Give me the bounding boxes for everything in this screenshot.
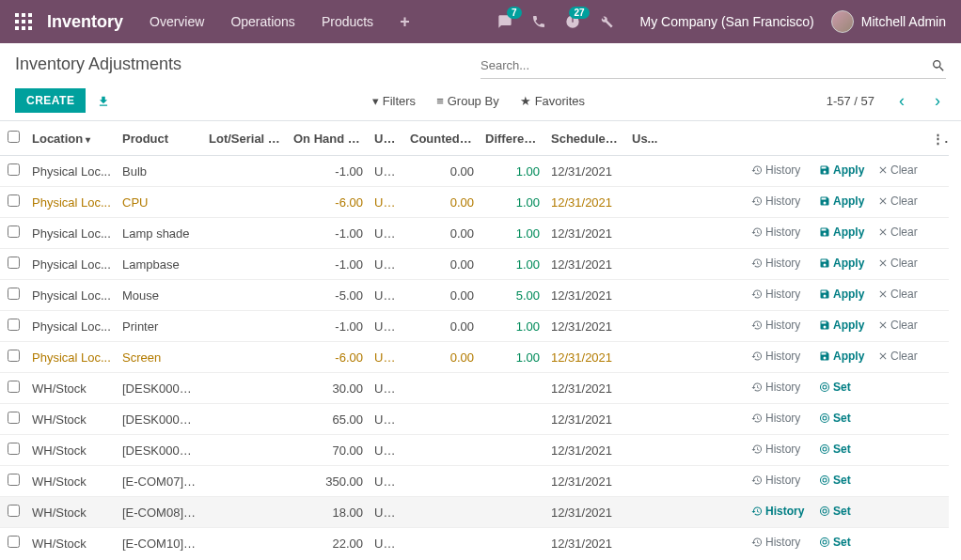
set-button[interactable]: Set — [819, 381, 851, 394]
app-brand[interactable]: Inventory — [47, 12, 123, 32]
cell-user[interactable] — [626, 466, 664, 497]
history-button[interactable]: History — [751, 319, 800, 332]
col-onhand[interactable]: On Hand Qu... — [288, 121, 369, 156]
row-checkbox[interactable] — [8, 257, 20, 269]
cell-counted[interactable]: 0.00 — [404, 280, 480, 311]
col-counted[interactable]: Counted Qu... — [404, 121, 480, 156]
plus-icon[interactable]: + — [400, 12, 410, 32]
cell-counted[interactable] — [404, 497, 480, 528]
row-checkbox[interactable] — [8, 505, 20, 517]
row-checkbox[interactable] — [8, 163, 20, 176]
cell-counted[interactable] — [404, 435, 480, 466]
table-row[interactable]: Physical Loc... Bulb -1.00 Uni... 0.00 1… — [0, 156, 949, 187]
row-checkbox[interactable] — [8, 536, 20, 548]
cell-user[interactable] — [626, 435, 664, 466]
cell-user[interactable] — [626, 218, 664, 249]
cell-scheduled[interactable]: 12/31/2021 — [545, 156, 626, 187]
clear-button[interactable]: Clear — [877, 288, 918, 301]
cell-user[interactable] — [626, 249, 664, 280]
history-button[interactable]: History — [751, 536, 800, 549]
cell-scheduled[interactable]: 12/31/2021 — [545, 466, 626, 497]
history-button[interactable]: History — [751, 412, 800, 425]
cell-counted[interactable] — [404, 404, 480, 435]
apply-button[interactable]: Apply — [819, 257, 864, 270]
table-row[interactable]: Physical Loc... Screen -6.00 Uni... 0.00… — [0, 342, 949, 373]
apps-icon[interactable] — [15, 13, 32, 30]
table-row[interactable]: Physical Loc... Printer -1.00 Uni... 0.0… — [0, 311, 949, 342]
cell-counted[interactable] — [404, 528, 480, 553]
table-row[interactable]: WH/Stock [E-COM07] La... 350.00 Uni... 1… — [0, 466, 949, 497]
clear-button[interactable]: Clear — [877, 226, 918, 239]
cell-scheduled[interactable]: 12/31/2021 — [545, 218, 626, 249]
table-row[interactable]: WH/Stock [E-COM10] Pe... 22.00 Uni... 12… — [0, 528, 949, 553]
set-button[interactable]: Set — [819, 474, 851, 487]
cell-counted[interactable]: 0.00 — [404, 156, 480, 187]
history-button[interactable]: History — [751, 163, 800, 177]
cell-scheduled[interactable]: 12/31/2021 — [545, 497, 626, 528]
clear-button[interactable]: Clear — [877, 194, 918, 208]
table-row[interactable]: WH/Stock [DESK0006] C... 70.00 Uni... 12… — [0, 435, 949, 466]
cell-counted[interactable]: 0.00 — [404, 218, 480, 249]
row-checkbox[interactable] — [8, 288, 20, 300]
history-button[interactable]: History — [751, 194, 800, 208]
avatar[interactable] — [831, 10, 854, 33]
phone-icon[interactable] — [531, 14, 546, 29]
cell-scheduled[interactable]: 12/31/2021 — [545, 311, 626, 342]
clear-button[interactable]: Clear — [877, 319, 918, 332]
table-row[interactable]: Physical Loc... CPU -6.00 Uni... 0.00 1.… — [0, 187, 949, 218]
table-row[interactable]: Physical Loc... Mouse -5.00 Uni... 0.00 … — [0, 280, 949, 311]
history-button[interactable]: History — [751, 288, 800, 301]
table-row[interactable]: Physical Loc... Lampbase -1.00 Uni... 0.… — [0, 249, 949, 280]
cell-counted[interactable] — [404, 466, 480, 497]
cell-user[interactable] — [626, 156, 664, 187]
clear-button[interactable]: Clear — [877, 350, 918, 363]
clear-button[interactable]: Clear — [877, 163, 918, 177]
groupby-button[interactable]: ≡ Group By — [436, 94, 499, 108]
set-button[interactable]: Set — [819, 536, 851, 549]
history-button[interactable]: History — [751, 257, 800, 270]
apply-button[interactable]: Apply — [819, 194, 864, 208]
set-button[interactable]: Set — [819, 443, 851, 456]
filters-button[interactable]: ▾ Filters — [372, 94, 416, 108]
cell-user[interactable] — [626, 373, 664, 404]
search-box[interactable] — [480, 54, 946, 79]
row-checkbox[interactable] — [8, 443, 20, 455]
set-button[interactable]: Set — [819, 505, 851, 518]
cell-user[interactable] — [626, 311, 664, 342]
set-button[interactable]: Set — [819, 412, 851, 425]
cell-counted[interactable] — [404, 373, 480, 404]
messages-icon[interactable]: 7 — [497, 14, 512, 29]
cell-counted[interactable]: 0.00 — [404, 342, 480, 373]
table-scroll[interactable]: Location Product Lot/Serial N... On Hand… — [0, 120, 961, 552]
cell-scheduled[interactable]: 12/31/2021 — [545, 404, 626, 435]
table-row[interactable]: WH/Stock [DESK0004] C... 30.00 Uni... 12… — [0, 373, 949, 404]
col-user[interactable]: Us... — [626, 121, 664, 156]
favorites-button[interactable]: ★ Favorites — [520, 94, 585, 108]
col-uom[interactable]: UoM — [369, 121, 404, 156]
history-button[interactable]: History — [751, 505, 804, 518]
activity-icon[interactable]: 27 — [565, 14, 580, 29]
apply-button[interactable]: Apply — [819, 288, 864, 301]
cell-scheduled[interactable]: 12/31/2021 — [545, 280, 626, 311]
row-checkbox[interactable] — [8, 381, 20, 393]
pager-prev-icon[interactable]: ‹ — [893, 91, 910, 111]
cell-user[interactable] — [626, 528, 664, 553]
cell-scheduled[interactable]: 12/31/2021 — [545, 249, 626, 280]
apply-button[interactable]: Apply — [819, 226, 864, 239]
row-checkbox[interactable] — [8, 194, 20, 207]
pager-next-icon[interactable]: › — [929, 91, 946, 111]
table-row[interactable]: WH/Stock [DESK0005] C... 65.00 Uni... 12… — [0, 404, 949, 435]
row-checkbox[interactable] — [8, 350, 20, 362]
cell-scheduled[interactable]: 12/31/2021 — [545, 342, 626, 373]
import-button[interactable] — [97, 93, 110, 108]
company-selector[interactable]: My Company (San Francisco) — [640, 14, 814, 29]
col-difference[interactable]: Difference — [480, 121, 545, 156]
history-button[interactable]: History — [751, 226, 800, 239]
history-button[interactable]: History — [751, 443, 800, 456]
cell-counted[interactable]: 0.00 — [404, 249, 480, 280]
wrench-icon[interactable] — [599, 14, 614, 29]
row-checkbox[interactable] — [8, 319, 20, 331]
select-all-checkbox[interactable] — [8, 131, 20, 143]
col-product[interactable]: Product — [117, 121, 203, 156]
col-scheduled[interactable]: Scheduled ... — [545, 121, 626, 156]
